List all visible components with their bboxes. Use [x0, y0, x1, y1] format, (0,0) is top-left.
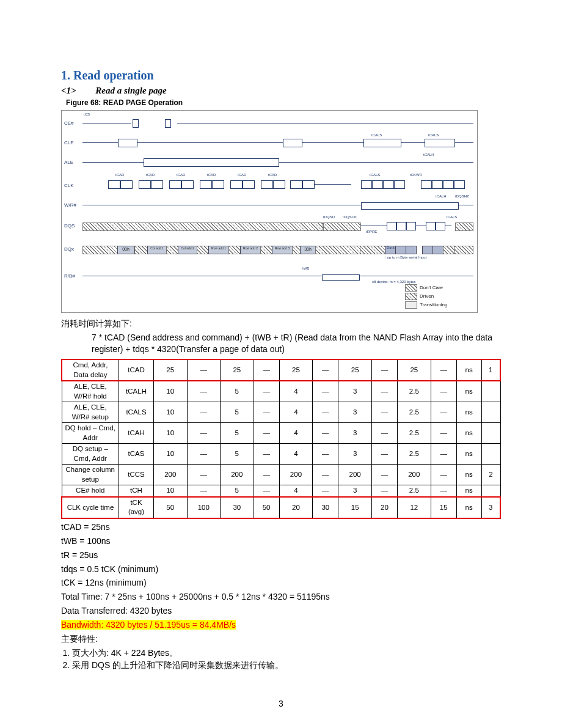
page-number: 3	[0, 698, 562, 710]
calc-line: tWB = 100ns	[61, 535, 501, 547]
document-page: 1. Read operation <1> Read a single page…	[0, 0, 562, 728]
cell-value: 5	[221, 485, 254, 497]
cell-value: 30	[221, 497, 254, 518]
cell-value: ns	[456, 423, 481, 444]
cell-value: —	[371, 381, 397, 402]
calc-line: tCK = 12ns (minimum)	[61, 577, 501, 589]
cell-symbol: tCAD	[119, 359, 154, 381]
cell-value: 20	[279, 497, 313, 518]
timing-label-tcad-5: tCAD	[238, 172, 246, 177]
cell-value: 2.5	[398, 402, 431, 423]
cell-symbol: tCAS	[119, 444, 154, 465]
cell-value	[481, 444, 500, 465]
cell-value: 3	[338, 381, 372, 402]
timing-label-trpre: tRPRE	[366, 229, 377, 234]
timing-label-tcad-3: tCAD	[177, 172, 185, 177]
timing-label-tckwr: tCKWR	[410, 172, 422, 177]
calc-line: Data Transferred: 4320 bytes	[61, 605, 501, 617]
cell-value: 10	[154, 423, 188, 444]
cell-value: 25	[338, 359, 372, 381]
cell-value: —	[254, 423, 279, 444]
cell-value: —	[254, 359, 279, 381]
timing-label-tcad-2: tCAD	[146, 172, 155, 177]
signal-wr: W/R#	[64, 202, 76, 209]
bandwidth-text: Bandwidth: 4320 bytes / 51.195us = 84.4M…	[61, 620, 236, 630]
cell-param: ALE, CLE, W/R# hold	[62, 381, 119, 402]
timing-label-tcad-6: tCAD	[268, 172, 277, 177]
timing-label-tdqsd: tDQSD	[323, 215, 335, 219]
signal-cle: CLE	[64, 140, 74, 147]
cell-value: —	[371, 423, 397, 444]
cell-value	[481, 402, 500, 423]
calc-line: tR = 25us	[61, 550, 501, 561]
dq-item-2: Col add 2	[178, 246, 197, 254]
formula-text: 7 * tCAD (Send address and command) + (t…	[61, 332, 501, 355]
cell-value: —	[371, 444, 397, 465]
dq-dout-4	[432, 246, 443, 254]
cell-value: 12	[398, 497, 431, 518]
cell-value: 5	[221, 402, 254, 423]
cell-value: 25	[154, 359, 188, 381]
properties-list: 页大小为: 4K + 224 Bytes。采用 DQS 的上升沿和下降沿同时采集…	[61, 647, 501, 671]
cell-value: —	[431, 465, 456, 485]
legend-driven: Driven	[420, 293, 434, 300]
timing-label-tcalh-2: tCALH	[436, 194, 447, 199]
figure-caption: Figure 68: READ PAGE Operation	[66, 98, 501, 108]
list-item: 页大小为: 4K + 224 Bytes。	[72, 647, 501, 659]
cell-value: —	[254, 381, 279, 402]
cell-value: 10	[154, 402, 188, 423]
cell-value: 3	[338, 485, 372, 497]
calc-line: Total Time: 7 * 25ns + 100ns + 25000ns +…	[61, 591, 501, 603]
signal-clk: CLK	[64, 183, 74, 189]
cell-value: 4	[279, 485, 313, 497]
legend-transitioning: Transitioning	[420, 302, 448, 309]
timing-label-tdqsck: tDQSCK	[343, 215, 357, 219]
cell-value: —	[254, 402, 279, 423]
cell-value: 200	[279, 465, 313, 485]
cell-value: —	[431, 423, 456, 444]
signal-rb: R/B#	[64, 273, 75, 280]
cell-value: 15	[338, 497, 372, 518]
cell-value: —	[187, 359, 221, 381]
cell-symbol: tCAH	[119, 423, 154, 444]
cell-value: 4	[279, 444, 313, 465]
calc-line: tdqs = 0.5 tCK (minimum)	[61, 564, 501, 575]
cell-value: —	[313, 402, 338, 423]
cell-value: 4	[279, 381, 313, 402]
table-row: ALE, CLE, W/R# setuptCALS10—5—4—3—2.5—ns	[62, 402, 500, 423]
cell-value: —	[187, 402, 221, 423]
dq-item-5: Row add 3	[272, 246, 293, 254]
cell-symbol: tCALH	[119, 381, 154, 402]
cell-value: —	[187, 381, 221, 402]
timing-label-tcals-3: tCALS	[370, 172, 380, 177]
cell-value: 2.5	[398, 485, 431, 497]
dq-item-4: Row add 2	[240, 246, 261, 254]
legend-dontcare: Don't Care	[420, 285, 443, 292]
cell-value	[481, 423, 500, 444]
cell-value: —	[313, 465, 338, 485]
cell-value: ns	[456, 402, 481, 423]
cell-value: 2.5	[398, 381, 431, 402]
cell-value: 200	[221, 465, 254, 485]
dq-item-1: Col add 1	[147, 246, 167, 254]
intro-text: 消耗时间计算如下:	[61, 318, 501, 329]
cell-value: —	[431, 485, 456, 497]
cell-value: —	[187, 485, 221, 497]
cell-value: —	[431, 402, 456, 423]
signal-ce: CE#	[64, 120, 74, 127]
cell-value: —	[313, 381, 338, 402]
cell-value: 25	[398, 359, 431, 381]
dq-dout-3	[422, 246, 433, 254]
cell-value: —	[254, 485, 279, 497]
subsection-heading: <1> Read a single page	[61, 84, 501, 97]
cell-value: 50	[154, 497, 188, 518]
cell-value: 4	[279, 402, 313, 423]
timing-spec-table: Cmd, Addr, Data delaytCAD25—25—25—25—25—…	[61, 359, 501, 519]
cell-param: CE# hold	[62, 485, 119, 497]
cell-value: 5	[221, 381, 254, 402]
timing-label-tcad-4: tCAD	[207, 172, 216, 177]
timing-label-tdqshz: tDQSHZ	[455, 194, 469, 199]
cell-value: 2	[481, 465, 500, 485]
signal-ale: ALE	[64, 160, 73, 166]
timing-legend: Don't Care Driven Transitioning	[405, 283, 472, 309]
